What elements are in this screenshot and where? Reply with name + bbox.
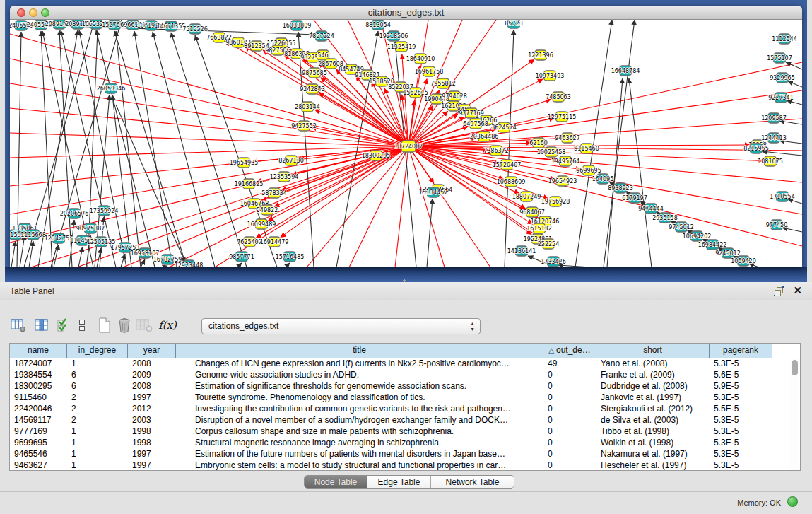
delete-column-button[interactable] xyxy=(115,316,134,334)
citation-network-graph[interactable]: 1872400715226055982750681863289827508546… xyxy=(10,20,802,267)
graph-node[interactable]: 9242843 xyxy=(300,84,325,94)
column-header-year[interactable]: year xyxy=(128,344,176,358)
show-columns-button[interactable] xyxy=(33,316,51,334)
graph-node[interactable]: 17359924 xyxy=(90,206,119,216)
table-row[interactable]: 969969511998Structural magnetic resonanc… xyxy=(10,437,800,448)
graph-node[interactable]: 7625402 xyxy=(237,237,262,247)
column-header-short[interactable]: short xyxy=(596,344,710,358)
table-row[interactable]: 911546021997Tourette syndrome. Phenomeno… xyxy=(10,392,800,403)
graph-node[interactable]: 16099489 xyxy=(247,219,276,229)
graph-node[interactable]: 10025458 xyxy=(537,147,566,157)
graph-node[interactable]: 12353594 xyxy=(270,172,299,182)
graph-node[interactable]: 12975115 xyxy=(548,112,577,122)
graph-node[interactable]: 7955812 xyxy=(430,78,456,88)
tab-node-table[interactable]: Node Table xyxy=(305,476,367,488)
graph-node[interactable]: 9427552 xyxy=(291,121,317,131)
column-header-name[interactable]: name xyxy=(10,344,67,358)
graph-node[interactable]: 9699695 xyxy=(576,165,601,175)
float-panel-icon[interactable] xyxy=(774,286,784,296)
create-column-button[interactable] xyxy=(95,316,114,334)
graph-node[interactable]: 15720407 xyxy=(493,160,522,170)
graph-node[interactable]: 1575107 xyxy=(767,53,792,63)
graph-node[interactable]: 9857771 xyxy=(229,252,254,262)
graph-node[interactable]: 7485063 xyxy=(546,92,571,102)
graph-node[interactable]: 16984422 xyxy=(698,240,727,250)
column-header-out_de[interactable]: △out_de… xyxy=(543,344,596,358)
graph-node[interactable]: 19218506 xyxy=(379,31,408,41)
graph-node[interactable]: 90975887 xyxy=(76,223,105,233)
graph-node[interactable]: 11325419 xyxy=(387,42,416,52)
tab-network-table[interactable]: Network Table xyxy=(431,476,514,488)
graph-node[interactable]: 19654935 xyxy=(230,158,259,168)
graph-node[interactable]: 7857224 xyxy=(309,31,334,41)
tab-edge-table[interactable]: Edge Table xyxy=(367,476,431,488)
graph-node[interactable]: 18807249 xyxy=(512,192,541,201)
graph-node[interactable]: 19654923 xyxy=(548,176,577,186)
graph-node[interactable]: 1069420 xyxy=(731,256,756,266)
graph-node-label: 7515526 xyxy=(182,26,208,33)
graph-node[interactable]: 14136141 xyxy=(507,246,536,256)
table-row[interactable]: 1456911722003Disruption of a novel membe… xyxy=(10,414,800,426)
graph-node[interactable]: 20206576 xyxy=(60,209,89,218)
table-row[interactable]: 977716911998Corpus callosum shape and si… xyxy=(10,426,800,437)
vertical-scrollbar[interactable] xyxy=(789,358,799,470)
graph-node[interactable]: 16648784 xyxy=(611,66,640,76)
graph-node[interactable]: 3624574 xyxy=(491,122,517,132)
graph-node[interactable]: 85723 xyxy=(505,20,522,28)
graph-node[interactable]: 2935158 xyxy=(652,213,678,223)
graph-node[interactable]: 8938923 xyxy=(608,183,633,193)
function-builder-button[interactable]: f(x) xyxy=(157,316,178,334)
graph-node[interactable]: 9329965 xyxy=(770,73,795,83)
graph-node[interactable]: 9245012 xyxy=(715,248,741,258)
table-row[interactable]: 1830029562008Estimation of significance … xyxy=(10,380,800,392)
table-mode-button[interactable] xyxy=(9,316,28,334)
scrollbar-thumb[interactable] xyxy=(792,360,798,375)
graph-node-label: 1733426 xyxy=(541,259,566,265)
graph-node[interactable]: 19756928 xyxy=(541,197,570,206)
graph-node[interactable]: 15716485 xyxy=(276,252,305,262)
graph-node[interactable]: 18300295 xyxy=(362,151,391,160)
graph-node[interactable]: 16914479 xyxy=(260,237,289,247)
network-canvas[interactable]: 1872400715226055982750681863289827508546… xyxy=(10,20,802,267)
select-all-rows-button[interactable] xyxy=(54,316,73,334)
graph-node[interactable]: 9463627 xyxy=(555,133,580,143)
graph-node[interactable]: 10688609 xyxy=(497,177,526,187)
column-header-title[interactable]: title xyxy=(176,344,543,358)
graph-node[interactable]: 1112544 xyxy=(772,34,797,44)
graph-node[interactable]: 8267130 xyxy=(278,156,304,165)
graph-node[interactable]: 62160 xyxy=(529,138,547,148)
graph-node[interactable]: 16033809 xyxy=(283,21,312,30)
graph-node[interactable]: 9474444 xyxy=(638,204,664,214)
column-header-pagerank[interactable]: pagerank xyxy=(710,344,772,358)
delete-table-button[interactable] xyxy=(135,316,153,334)
table-select-dropdown[interactable]: citations_edges.txt ▲▼ xyxy=(201,318,481,334)
network-view-window[interactable]: citations_edges.txt 1872400715 xyxy=(10,6,802,267)
graph-node[interactable]: 10973493 xyxy=(536,71,565,81)
graph-node[interactable]: 18640910 xyxy=(406,54,435,64)
graph-node[interactable]: 9115460 xyxy=(574,144,599,153)
graph-node[interactable]: 9745012 xyxy=(669,222,694,232)
table-tabs: Node TableEdge TableNetwork Table xyxy=(304,475,514,489)
table-row[interactable]: 2242004622012Investigating the contribut… xyxy=(10,403,800,414)
graph-node[interactable]: 1221396 xyxy=(528,50,553,60)
graph-node-label: 9329965 xyxy=(770,75,795,81)
graph-node[interactable]: 19495764 xyxy=(551,156,580,166)
graph-node[interactable]: 8813054 xyxy=(365,20,391,30)
graph-node[interactable]: 7515526 xyxy=(182,24,208,34)
table-row[interactable]: 1938455462009Genome-wide association stu… xyxy=(10,369,800,380)
column-header-in_degree[interactable]: in_degree xyxy=(67,344,128,358)
graph-node[interactable]: 10694202 xyxy=(683,231,712,241)
table-row[interactable]: 946362711997Embryonic stem cells: a mode… xyxy=(10,460,800,471)
graph-node[interactable]: 5878334 xyxy=(261,188,287,198)
row-options-button[interactable] xyxy=(76,316,88,334)
graph-node[interactable]: 1081075 xyxy=(758,156,783,166)
table-row[interactable]: 946554611997Estimation of the future num… xyxy=(10,448,800,460)
close-panel-icon[interactable]: ✕ xyxy=(793,285,802,296)
graph-node[interactable]: 9875685 xyxy=(302,68,327,78)
network-window-titlebar[interactable]: citations_edges.txt xyxy=(10,6,802,20)
graph-node[interactable]: 20364486 xyxy=(470,132,499,141)
graph-node[interactable]: 9684067 xyxy=(519,207,545,217)
graph-node[interactable]: 12342757 xyxy=(45,233,73,243)
table-row[interactable]: 1872400712008Changes of HCN gene express… xyxy=(10,358,800,369)
graph-node[interactable]: 252254 xyxy=(538,239,560,249)
